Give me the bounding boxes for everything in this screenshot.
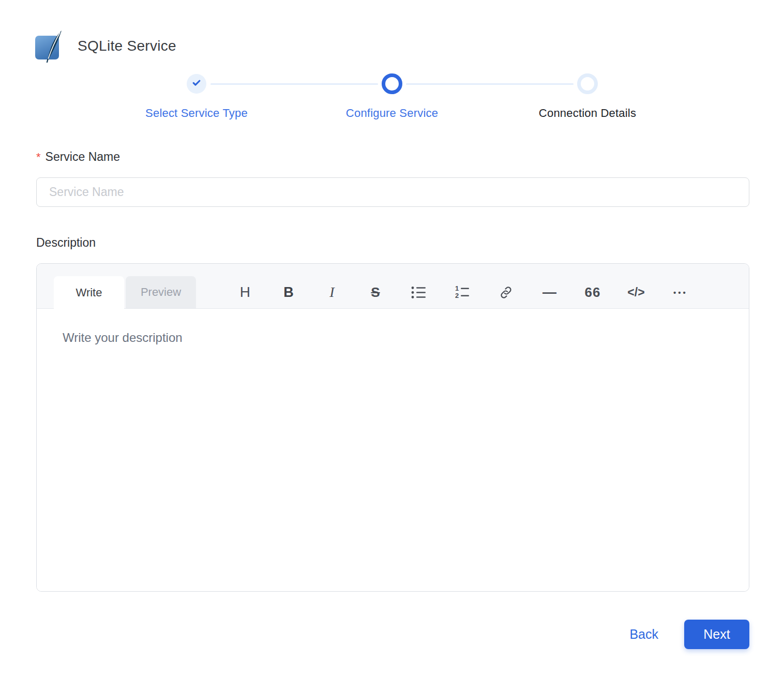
horizontal-rule-icon[interactable]: — [527,276,571,308]
service-name-input[interactable] [36,177,749,207]
step-dot-row [187,73,206,94]
step-active-circle [382,73,402,94]
configure-service-form: * Service Name Description Write Preview… [36,150,749,592]
step-label: Select Service Type [145,107,248,120]
sqlite-logo-icon [34,29,64,63]
step-dot-row [577,73,598,94]
link-icon[interactable] [484,276,527,308]
stepper: Select Service Type Configure Service Co… [99,73,685,120]
numbered-list-icon[interactable]: 1 2 [441,276,484,308]
heading-icon[interactable]: H [223,276,267,308]
step-configure-service: Configure Service [294,73,490,120]
editor-toolbar: H B I S [223,276,701,308]
quote-icon[interactable]: 66 [571,276,614,308]
bullet-list-icon[interactable] [397,276,441,308]
description-editor: Write Preview H B I S [36,263,749,592]
description-label-text: Description [36,236,96,250]
editor-tabs: Write Preview [54,276,196,308]
step-connection-details: Connection Details [490,73,685,120]
editor-toolbar-bar: Write Preview H B I S [37,264,749,309]
step-completed-circle [187,74,206,94]
step-label: Connection Details [539,107,636,120]
editor-body [37,309,749,591]
strikethrough-icon[interactable]: S [354,276,397,308]
italic-icon[interactable]: I [310,276,354,308]
step-label: Configure Service [346,107,438,120]
tab-write[interactable]: Write [54,276,124,309]
heading-glyph: H [240,284,251,301]
wizard-footer: Back Next [0,620,749,649]
italic-glyph: I [329,284,334,301]
horizontal-rule-glyph: — [542,284,556,301]
code-icon[interactable]: </> [614,276,658,308]
required-asterisk: * [36,151,41,164]
bold-glyph: B [283,284,294,301]
step-select-service-type: Select Service Type [99,73,294,120]
code-glyph: </> [627,286,644,299]
tab-preview[interactable]: Preview [126,276,196,308]
sqlite-service-wizard: SQLite Service Select Service Type Confi… [0,30,784,691]
back-button[interactable]: Back [628,625,659,644]
svg-text:2: 2 [455,292,459,299]
page-header: SQLite Service [34,30,784,62]
step-dot-row [382,73,402,94]
next-button[interactable]: Next [684,620,749,649]
step-pending-circle [577,73,598,94]
description-input[interactable] [37,309,749,591]
strikethrough-glyph: S [371,284,380,301]
more-glyph: ••• [671,288,688,297]
description-label: Description [36,236,749,250]
quote-glyph: 66 [585,284,601,301]
more-icon[interactable]: ••• [658,276,701,308]
bold-icon[interactable]: B [267,276,310,308]
page-title: SQLite Service [78,38,176,54]
service-name-label-text: Service Name [46,150,120,164]
service-name-label: * Service Name [36,150,749,164]
check-icon [191,78,202,90]
